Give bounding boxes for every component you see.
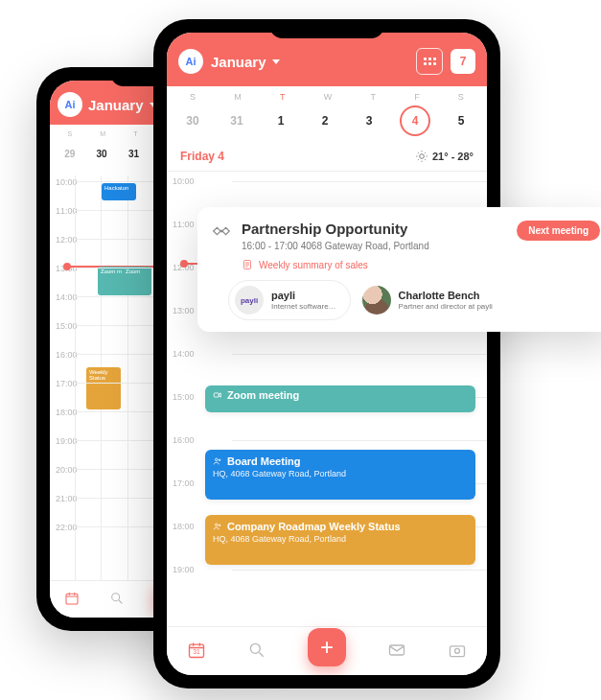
dow: S (68, 130, 73, 137)
hour-label: 14:00 (173, 349, 195, 359)
grid-line (232, 440, 487, 441)
temperature-range: 21° - 28° (432, 151, 474, 162)
day-subheader: Friday 4 21° - 28° (167, 146, 487, 172)
attendee-name: Charlotte Bench (399, 290, 493, 301)
svg-point-7 (216, 458, 219, 461)
hour-label: 16:00 (173, 435, 195, 445)
attendee-sub: Partner and director at payli (399, 302, 493, 311)
add-button[interactable]: + (308, 628, 346, 666)
app-logo-icon[interactable]: Ai (178, 49, 203, 74)
svg-text:31: 31 (194, 648, 201, 655)
hour-label: 19:00 (173, 565, 195, 574)
svg-point-8 (219, 459, 220, 461)
attendee-chip[interactable]: Charlotte Bench Partner and director at … (362, 281, 506, 319)
event-location: HQ, 4068 Gateway Road, Portland (213, 534, 468, 544)
app-logo-icon[interactable]: Ai (58, 92, 82, 117)
video-icon (213, 390, 222, 400)
weather-widget[interactable]: 21° - 28° (415, 150, 474, 163)
date-cell-selected[interactable]: 4 (400, 105, 430, 136)
calendar-glyph-icon (424, 58, 436, 65)
meeting-attachment[interactable]: Weekly summary of sales (242, 259, 600, 270)
dow: T (370, 92, 376, 102)
nav-camera-icon[interactable] (448, 641, 467, 663)
app-screen-front: Ai January 7 S M T W T F S 30 (167, 33, 487, 675)
grid-col (127, 175, 128, 580)
meeting-title: Partnership Opportunity (242, 221, 507, 237)
company-sub: Internet software… (271, 302, 336, 311)
svg-point-10 (219, 525, 220, 526)
svg-point-13 (251, 643, 261, 653)
svg-point-1 (111, 594, 119, 601)
header-bar: Ai January 7 (167, 33, 487, 86)
people-icon (213, 522, 222, 531)
month-picker[interactable]: January (88, 97, 157, 113)
bottom-nav: 31 + (167, 626, 487, 675)
event-board-meeting[interactable]: Board Meeting HQ, 4068 Gateway Road, Por… (205, 450, 475, 500)
svg-rect-14 (389, 645, 404, 655)
date-cell[interactable]: 2 (312, 107, 338, 134)
company-logo-icon: payli (235, 286, 264, 315)
event-title: Zoom meeting (227, 389, 299, 401)
month-label: January (88, 97, 144, 113)
nav-search-icon[interactable] (247, 641, 266, 663)
dow: S (190, 92, 196, 102)
chevron-down-icon (272, 59, 280, 64)
meeting-time-location: 16:00 - 17:00 4068 Gateway Road, Portlan… (242, 241, 507, 251)
calendar-view-icon[interactable] (416, 48, 443, 75)
svg-point-5 (420, 154, 425, 159)
avatar (362, 286, 391, 315)
dow: T (280, 92, 286, 102)
date-cell[interactable]: 30 (179, 107, 206, 134)
phone-frame-front: Ai January 7 S M T W T F S 30 (153, 19, 500, 688)
event-weekly[interactable]: Weekly Status (86, 367, 121, 409)
today-button[interactable]: 7 (451, 49, 475, 74)
date-cell[interactable]: 3 (356, 107, 382, 134)
date-cell[interactable]: 31 (124, 143, 145, 164)
event-roadmap[interactable]: Company Roadmap Weekly Status HQ, 4068 G… (205, 515, 475, 565)
event-zoom-b[interactable]: Zoom (123, 267, 151, 295)
grid-line (232, 570, 487, 571)
dow: M (234, 92, 242, 102)
document-icon (242, 259, 253, 270)
sun-icon (415, 150, 428, 163)
event-title: Company Roadmap Weekly Status (227, 521, 401, 532)
event-zoom-meeting[interactable]: Zoom meeting (205, 385, 475, 412)
weekday-row: S M T W T F S (167, 86, 487, 104)
event-hackaton[interactable]: Hackaton (102, 183, 136, 200)
svg-rect-6 (214, 393, 219, 397)
date-cell[interactable]: 29 (59, 143, 81, 164)
hour-label: 11:00 (173, 220, 195, 229)
dow: M (100, 130, 105, 137)
meeting-detail-card[interactable]: Partnership Opportunity 16:00 - 17:00 40… (197, 207, 601, 332)
svg-point-9 (216, 524, 219, 526)
next-meeting-pill[interactable]: Next meeting (517, 221, 600, 241)
selected-day-label: Friday 4 (180, 150, 224, 163)
hour-label: 18:00 (173, 522, 195, 531)
hour-label: 13:00 (173, 306, 195, 315)
nav-calendar-icon[interactable]: 31 (187, 641, 206, 663)
grid-line (232, 181, 487, 182)
date-cell[interactable]: 5 (448, 107, 474, 134)
hour-label: 17:00 (173, 478, 195, 488)
dow: F (414, 92, 420, 102)
company-chip[interactable]: payli payli Internet software… (228, 280, 351, 320)
nav-mail-icon[interactable] (387, 641, 406, 663)
hour-label: 15:00 (173, 392, 195, 402)
date-cell[interactable]: 30 (91, 143, 112, 164)
date-cell[interactable]: 1 (267, 107, 294, 134)
nav-search-icon[interactable] (109, 591, 125, 608)
dow: W (324, 92, 333, 102)
hour-label: 10:00 (173, 176, 195, 186)
attachment-label: Weekly summary of sales (259, 260, 368, 270)
event-title: Board Meeting (227, 455, 300, 467)
event-location: HQ, 4068 Gateway Road, Portland (213, 469, 468, 478)
date-cell[interactable]: 31 (223, 107, 250, 134)
svg-point-16 (454, 648, 459, 653)
dow: T (133, 130, 137, 137)
month-picker[interactable]: January (211, 54, 280, 70)
nav-calendar-icon[interactable] (64, 591, 80, 608)
dow: S (458, 92, 464, 102)
svg-rect-0 (66, 594, 78, 604)
grid-col (75, 175, 76, 580)
people-icon (213, 456, 222, 466)
